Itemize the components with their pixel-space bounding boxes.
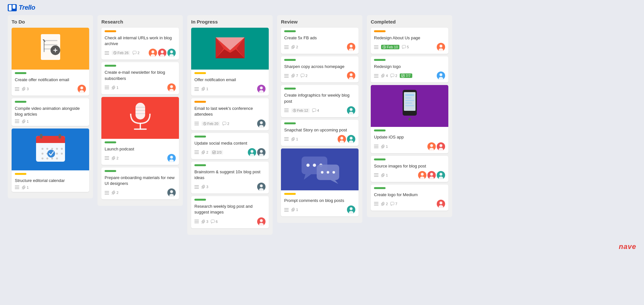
- lines-icon: [374, 202, 378, 205]
- svg-rect-101: [223, 122, 226, 125]
- card-label: [15, 173, 26, 175]
- svg-rect-91: [194, 90, 199, 91]
- card[interactable]: Create infographics for weekly blog post…: [281, 85, 359, 117]
- svg-rect-121: [194, 220, 199, 220]
- card[interactable]: Check all internal URLs work in blog arc…: [101, 28, 179, 60]
- card-meta: 2 7: [374, 200, 445, 208]
- svg-rect-147: [313, 109, 316, 111]
- svg-point-149: [350, 108, 353, 111]
- column-completed: Completed Redesign About Us page Feb 10 …: [367, 15, 452, 217]
- comment-count: 7: [390, 202, 397, 206]
- lines-icon: [284, 74, 289, 78]
- svg-rect-105: [194, 150, 199, 151]
- lines-icon: [15, 87, 19, 91]
- board: To Do Create offer notification email: [0, 15, 644, 243]
- svg-point-76: [170, 156, 173, 158]
- card-title: Check all internal URLs work in blog arc…: [105, 35, 176, 47]
- card-avatars: [248, 148, 266, 157]
- card-avatars: [437, 43, 445, 51]
- card[interactable]: Redesign logo 4 2 7/7: [371, 56, 448, 82]
- card[interactable]: Create offer notification email 3: [12, 28, 89, 96]
- svg-rect-188: [374, 77, 378, 78]
- card-meta: 1: [284, 205, 355, 214]
- comment-count: 2: [133, 51, 139, 55]
- svg-rect-19: [15, 121, 19, 122]
- svg-rect-122: [194, 221, 199, 222]
- card[interactable]: Update iOS app 1: [371, 85, 448, 153]
- card-body: Source images for blog post 1: [371, 156, 448, 182]
- card[interactable]: Launch podcast 2: [101, 97, 179, 165]
- svg-rect-182: [402, 45, 406, 48]
- svg-point-52: [152, 51, 154, 53]
- svg-point-103: [260, 121, 263, 124]
- svg-rect-134: [284, 74, 289, 75]
- card[interactable]: Email to last week's conference attendee…: [191, 98, 269, 130]
- card-title: Snapchat Story on upcoming post: [284, 127, 355, 133]
- attachment-count: 2: [201, 150, 208, 154]
- card[interactable]: Redesign About Us page Feb 10 5: [371, 28, 448, 54]
- card-title: Email to last week's conference attendee…: [194, 106, 266, 117]
- card-body: Prompt comments on blog posts 1: [281, 190, 359, 216]
- card-label: [105, 170, 116, 172]
- card[interactable]: Update social media content 2 2/3: [191, 133, 269, 159]
- card-body: Create offer notification email 3: [12, 70, 89, 96]
- card-meta: 7 2: [284, 71, 355, 80]
- svg-rect-43: [15, 188, 19, 189]
- svg-rect-136: [284, 77, 289, 78]
- svg-rect-108: [213, 151, 216, 154]
- column-header-inprogress: In Progress: [191, 19, 269, 24]
- card-avatars: [257, 85, 266, 93]
- card-label: [105, 141, 116, 143]
- card[interactable]: Research weekly blog post and suggest im…: [191, 196, 269, 228]
- card[interactable]: Prepare onboarding materials for new UI …: [101, 167, 179, 199]
- card[interactable]: Prompt comments on blog posts 1: [281, 148, 359, 216]
- attachment-count: 2: [112, 156, 118, 160]
- lines-icon: [194, 220, 199, 223]
- card[interactable]: Create logo for Medium 2 7: [371, 185, 448, 211]
- svg-rect-178: [374, 48, 378, 49]
- card-body: Sharpen copy across homepage 7 2: [281, 56, 359, 82]
- svg-rect-211: [374, 173, 378, 174]
- card-body: Email to last week's conference attendee…: [191, 98, 269, 130]
- svg-rect-44: [105, 51, 109, 52]
- svg-rect-141: [284, 109, 289, 109]
- date-badge: Feb 26: [112, 51, 130, 55]
- svg-point-37: [46, 157, 48, 159]
- svg-rect-198: [405, 100, 414, 101]
- column-todo: To Do Create offer notification email: [8, 15, 93, 198]
- card-label: [194, 136, 206, 138]
- card[interactable]: Snapchat Story on upcoming post 1: [281, 120, 359, 146]
- svg-rect-187: [374, 75, 378, 76]
- comment-count: 2: [390, 74, 397, 78]
- svg-rect-60: [105, 86, 109, 86]
- svg-point-29: [56, 148, 58, 150]
- card-title: Launch podcast: [105, 146, 176, 152]
- svg-rect-203: [374, 146, 378, 147]
- svg-point-40: [47, 150, 55, 157]
- attachment-count: 7: [291, 74, 298, 78]
- card[interactable]: Source images for blog post 1: [371, 156, 448, 182]
- column-review: Review Create 5x FB ads 2 Sharpen copy a…: [277, 15, 362, 223]
- attachment-count: 1: [291, 208, 298, 212]
- card-title: Update social media content: [194, 140, 266, 146]
- svg-rect-24: [40, 134, 42, 138]
- card-avatars: [347, 43, 355, 51]
- card-meta: 2: [105, 154, 176, 162]
- card[interactable]: Sharpen copy across homepage 7 2: [281, 56, 359, 82]
- card-avatars: [78, 85, 86, 93]
- card[interactable]: Brainstorm & suggest 10x blog post ideas…: [191, 162, 269, 194]
- attachment-count: 4: [381, 74, 388, 78]
- card[interactable]: Create e-mail newsletter for blog subscr…: [101, 62, 179, 94]
- card-body: Check all internal URLs work in blog arc…: [101, 28, 179, 60]
- card[interactable]: Structure editorial calendar 1: [12, 129, 89, 192]
- attachment-count: 3: [201, 185, 208, 189]
- lines-icon: [284, 109, 289, 112]
- card[interactable]: Create 5x FB ads 2: [281, 28, 359, 54]
- card-title: Create logo for Medium: [374, 192, 445, 198]
- card[interactable]: Compile video animation alongside blog a…: [12, 98, 89, 126]
- card-meta: 4 2 7/7: [374, 71, 445, 80]
- card[interactable]: Offer notification email 1: [191, 28, 269, 96]
- comment-count: 4: [312, 109, 319, 112]
- svg-rect-224: [374, 204, 378, 204]
- svg-rect-200: [405, 105, 414, 106]
